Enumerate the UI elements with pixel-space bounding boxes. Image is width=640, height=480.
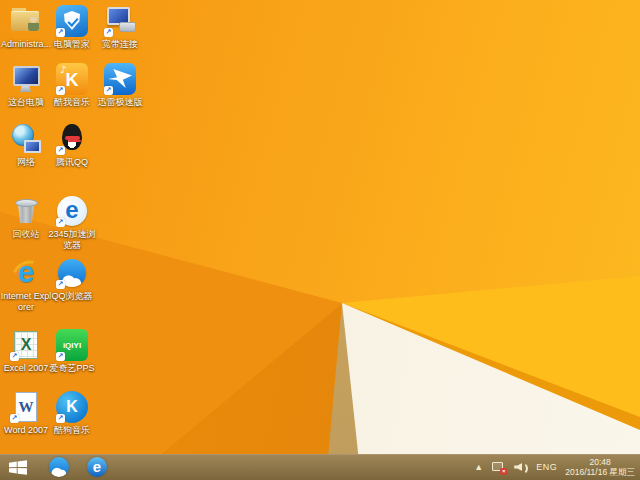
ie-icon bbox=[10, 257, 42, 289]
icon-label: Internet Explorer bbox=[0, 291, 52, 313]
desktop-icon-kugou[interactable]: 酷狗音乐 bbox=[46, 391, 98, 436]
icon-label: Excel 2007 bbox=[0, 363, 52, 374]
shortcut-arrow-icon bbox=[56, 146, 65, 155]
clock-date: 2016/11/16 星期三 bbox=[565, 467, 635, 477]
desktop-icon-recycle-bin[interactable]: 回收站 bbox=[0, 195, 52, 240]
desktop-icon-thunder[interactable]: 迅雷极速版 bbox=[94, 63, 146, 108]
desktop-icon-this-pc[interactable]: 这台电脑 bbox=[0, 63, 52, 108]
administrator-icon bbox=[10, 5, 42, 37]
shortcut-arrow-icon bbox=[56, 28, 65, 37]
windows-desktop: { "wallpaper": { "description": "Windows… bbox=[0, 0, 640, 480]
start-button[interactable] bbox=[0, 454, 36, 480]
clock-time: 20:48 bbox=[589, 457, 610, 467]
desktop-icon-broadband[interactable]: 宽带连接 bbox=[94, 5, 146, 50]
e-browser-icon bbox=[87, 457, 107, 477]
iqiyi-icon bbox=[56, 329, 88, 361]
taskbar-qq-browser-button[interactable] bbox=[44, 455, 74, 479]
e2345-icon bbox=[56, 195, 88, 227]
desktop-icon-pc-manager[interactable]: 电脑管家 bbox=[46, 5, 98, 50]
desktop-icon-iqiyi[interactable]: 爱奇艺PPS bbox=[46, 329, 98, 374]
shortcut-arrow-icon bbox=[56, 218, 65, 227]
network-disconnected-icon[interactable] bbox=[491, 461, 506, 474]
shortcut-arrow-icon bbox=[10, 414, 19, 423]
desktop-icon-administrator[interactable]: Administra... bbox=[0, 5, 52, 50]
icon-label: 网络 bbox=[0, 157, 52, 168]
shortcut-arrow-icon bbox=[10, 352, 19, 361]
desktop-icon-word[interactable]: Word 2007 bbox=[0, 391, 52, 436]
icon-label: 回收站 bbox=[0, 229, 52, 240]
icon-label: 迅雷极速版 bbox=[94, 97, 146, 108]
qq-icon bbox=[56, 123, 88, 155]
taskbar-e-browser-button[interactable] bbox=[82, 455, 112, 479]
shortcut-arrow-icon bbox=[56, 414, 65, 423]
system-tray: ▲ ENG 20:48 2016/11/16 星期三 bbox=[474, 454, 640, 480]
thunder-icon bbox=[104, 63, 136, 95]
icon-label: QQ浏览器 bbox=[46, 291, 98, 302]
desktop-icon-qq-browser[interactable]: QQ浏览器 bbox=[46, 257, 98, 302]
icon-label: 腾讯QQ bbox=[46, 157, 98, 168]
volume-icon[interactable] bbox=[514, 461, 528, 473]
shortcut-arrow-icon bbox=[56, 86, 65, 95]
word-icon bbox=[10, 391, 42, 423]
qq-browser-icon bbox=[56, 257, 88, 289]
shortcut-arrow-icon bbox=[104, 86, 113, 95]
this-pc-icon bbox=[10, 63, 42, 95]
pc-manager-icon bbox=[56, 5, 88, 37]
shortcut-arrow-icon bbox=[104, 28, 113, 37]
icon-label: 2345加速浏览器 bbox=[46, 229, 98, 251]
kugou-icon bbox=[56, 391, 88, 423]
taskbar: ▲ ENG 20:48 2016/11/16 星期三 bbox=[0, 454, 640, 480]
icon-label: 宽带连接 bbox=[94, 39, 146, 50]
desktop-icon-kuwo[interactable]: 酷我音乐 bbox=[46, 63, 98, 108]
icon-label: Word 2007 bbox=[0, 425, 52, 436]
icon-label: 电脑管家 bbox=[46, 39, 98, 50]
shortcut-arrow-icon bbox=[56, 352, 65, 361]
icon-label: 酷我音乐 bbox=[46, 97, 98, 108]
network-icon bbox=[10, 123, 42, 155]
shortcut-arrow-icon bbox=[56, 280, 65, 289]
kuwo-icon bbox=[56, 63, 88, 95]
icon-label: 这台电脑 bbox=[0, 97, 52, 108]
icon-label: 爱奇艺PPS bbox=[46, 363, 98, 374]
icon-label: Administra... bbox=[0, 39, 52, 50]
recycle-bin-icon bbox=[10, 195, 42, 227]
desktop-icon-excel[interactable]: Excel 2007 bbox=[0, 329, 52, 374]
icon-label: 酷狗音乐 bbox=[46, 425, 98, 436]
qq-browser-icon bbox=[49, 457, 69, 477]
language-indicator[interactable]: ENG bbox=[536, 462, 557, 472]
taskbar-clock[interactable]: 20:48 2016/11/16 星期三 bbox=[565, 457, 635, 477]
desktop-icon-ie[interactable]: Internet Explorer bbox=[0, 257, 52, 313]
desktop-icon-grid: Administra...电脑管家宽带连接这台电脑酷我音乐迅雷极速版网络腾讯QQ… bbox=[0, 0, 640, 454]
windows-logo-icon bbox=[9, 460, 27, 475]
desktop-icon-network[interactable]: 网络 bbox=[0, 123, 52, 168]
desktop-icon-e2345[interactable]: 2345加速浏览器 bbox=[46, 195, 98, 251]
taskbar-pinned-area bbox=[36, 455, 112, 479]
show-hidden-icons-button[interactable]: ▲ bbox=[474, 463, 483, 472]
desktop-icon-qq[interactable]: 腾讯QQ bbox=[46, 123, 98, 168]
excel-icon bbox=[10, 329, 42, 361]
broadband-icon bbox=[104, 5, 136, 37]
